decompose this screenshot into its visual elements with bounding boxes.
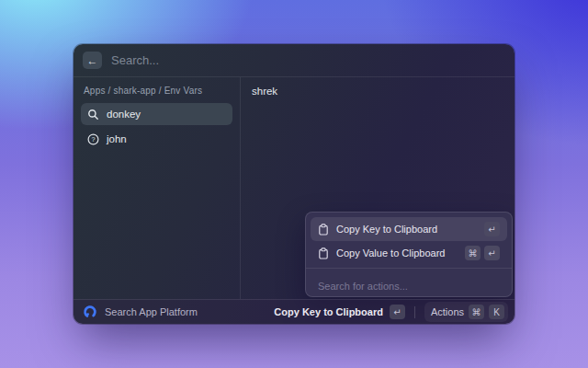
return-key: ↵ — [484, 222, 500, 236]
back-button[interactable]: ← — [83, 52, 102, 69]
search-input[interactable] — [111, 53, 505, 67]
question-icon: ? — [87, 133, 99, 145]
shortcut-keys: ⌘ ↵ — [465, 246, 500, 260]
action-label: Copy Key to Clipboard — [336, 224, 437, 235]
actions-popup: Copy Key to Clipboard ↵ Copy Value to Cl… — [305, 212, 513, 297]
k-key: K — [489, 305, 504, 319]
list-item-label: john — [107, 133, 127, 144]
clipboard-icon — [318, 247, 329, 259]
app-logo-icon — [83, 305, 97, 319]
actions-search — [306, 268, 512, 296]
actions-button[interactable]: Actions ⌘ K — [424, 302, 508, 322]
desktop-background: ← Apps / shark-app / Env Vars donkey — [0, 0, 588, 368]
actions-search-input[interactable] — [318, 281, 500, 292]
svg-text:?: ? — [92, 135, 96, 144]
list-item-label: donkey — [107, 109, 141, 120]
status-bar-actions: Copy Key to Clipboard ↵ Actions ⌘ K — [274, 302, 508, 322]
list-item-john[interactable]: ? john — [81, 128, 232, 150]
clipboard-icon — [318, 224, 329, 236]
command-key: ⌘ — [465, 246, 481, 260]
status-bar: Search App Platform Copy Key to Clipboar… — [74, 299, 514, 324]
back-arrow-icon: ← — [87, 55, 98, 66]
app-identity: Search App Platform — [83, 305, 198, 319]
command-key: ⌘ — [469, 305, 484, 319]
list-item-donkey[interactable]: donkey — [81, 103, 232, 125]
detail-value: shrek — [252, 86, 277, 97]
divider — [414, 306, 415, 318]
return-key: ↵ — [390, 305, 405, 319]
search-header: ← — [74, 44, 514, 77]
primary-action-button[interactable]: Copy Key to Clipboard — [274, 306, 383, 317]
magnifier-icon — [87, 109, 99, 121]
launcher-window: ← Apps / shark-app / Env Vars donkey — [74, 44, 514, 324]
action-copy-value[interactable]: Copy Value to Clipboard ⌘ ↵ — [311, 241, 507, 265]
actions-button-label: Actions — [431, 306, 464, 317]
app-name: Search App Platform — [105, 306, 198, 317]
return-key: ↵ — [484, 246, 500, 260]
breadcrumb: Apps / shark-app / Env Vars — [84, 86, 231, 96]
action-label: Copy Value to Clipboard — [336, 247, 445, 259]
list-panel: Apps / shark-app / Env Vars donkey ? joh… — [74, 77, 241, 299]
action-copy-key[interactable]: Copy Key to Clipboard ↵ — [311, 217, 507, 241]
shortcut-keys: ↵ — [484, 222, 500, 236]
